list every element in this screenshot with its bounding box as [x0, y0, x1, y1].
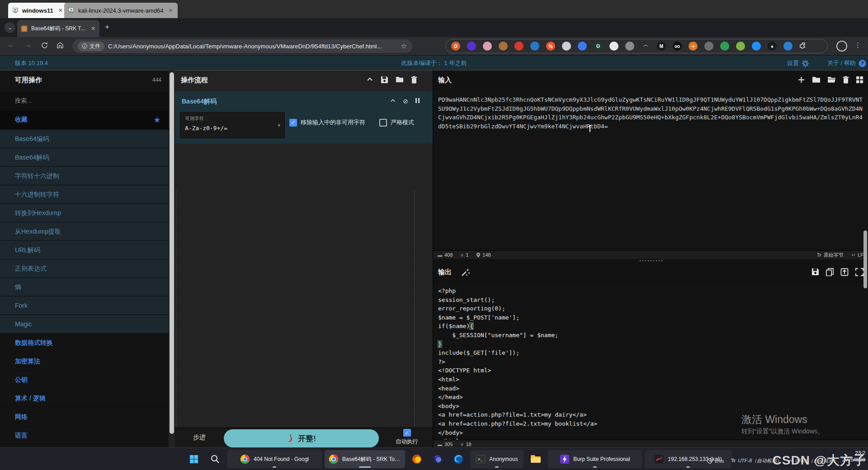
- sidebar-operation-字符转十六进制[interactable]: 字符转十六进制: [0, 167, 169, 185]
- save-output-icon[interactable]: [811, 268, 819, 276]
- new-tab-button[interactable]: +: [105, 23, 109, 32]
- bookmark-star-icon[interactable]: ☆: [401, 42, 407, 50]
- sidebar-operation-Base64解码[interactable]: Base64解码: [0, 148, 169, 167]
- add-input-tab-icon[interactable]: [797, 76, 805, 84]
- ext-box-eyes-icon[interactable]: oo: [673, 42, 682, 51]
- step-button[interactable]: 步进: [193, 433, 206, 442]
- auto-bake-checkbox[interactable]: ✓ 自动执行: [387, 429, 426, 446]
- ext-spade-icon[interactable]: ♠: [768, 42, 777, 51]
- ext-pink-badge-icon[interactable]: [483, 42, 492, 51]
- save-recipe-icon[interactable]: [381, 76, 388, 84]
- input-encoding-selector[interactable]: Tr原始字节: [817, 252, 843, 258]
- ext-green-ring-icon[interactable]: [720, 42, 729, 51]
- disable-op-icon[interactable]: ⊘: [403, 98, 408, 105]
- file-scheme-chip[interactable]: 文件: [78, 42, 104, 51]
- sidebar-operation-从Hexdump提取[interactable]: 从Hexdump提取: [0, 222, 169, 241]
- forward-button[interactable]: →: [24, 41, 32, 49]
- magic-wand-icon[interactable]: [460, 268, 470, 277]
- sidebar-category-公钥[interactable]: 公钥: [0, 371, 169, 389]
- ext-green-grid-icon[interactable]: [736, 42, 745, 51]
- taskbar-button-edge[interactable]: [449, 450, 467, 468]
- ext-paint-icon[interactable]: [530, 42, 539, 51]
- profile-avatar[interactable]: [836, 41, 847, 52]
- strict-mode-checkbox[interactable]: 严格模式: [379, 118, 414, 127]
- ext-copy-icon[interactable]: [704, 42, 713, 51]
- sidebar-operation-熵[interactable]: 熵: [0, 278, 169, 296]
- ext-hat-icon[interactable]: ◠: [641, 42, 650, 51]
- ext-photo-icon[interactable]: [609, 42, 618, 51]
- sidebar-scrollbar-thumb[interactable]: [170, 72, 174, 434]
- about-help-button[interactable]: 关于 / 帮助 ?: [827, 59, 866, 67]
- settings-button[interactable]: 设置: [787, 59, 809, 67]
- home-button[interactable]: [56, 41, 64, 49]
- vmware-tab-close-icon[interactable]: ✕: [58, 7, 63, 14]
- recipe-operation-base64-decode[interactable]: Base64解码 ⊘ 可用字符 A-Za-z0-9+/= ▾ ✓ 移除输入中的非…: [175, 91, 433, 144]
- sidebar-operation-转换到Hexdump[interactable]: 转换到Hexdump: [0, 204, 169, 222]
- taskbar-button-search[interactable]: [206, 450, 224, 468]
- ext-blue-drop-icon[interactable]: [752, 42, 761, 51]
- vmware-tab-kali[interactable]: kali-linux-2024.3-vmware-amd64 ✕: [64, 3, 178, 18]
- url-text[interactable]: C:/Users/Anonymous/AppData/Local/Temp/vm…: [108, 43, 397, 50]
- back-button[interactable]: ←: [7, 41, 14, 49]
- browser-menu-button[interactable]: ⋮: [854, 41, 861, 49]
- taskbar-button-firefox[interactable]: [408, 450, 426, 468]
- star-icon[interactable]: ★: [154, 115, 160, 125]
- sidebar-item-favourites[interactable]: 收藏 ★: [0, 111, 169, 129]
- taskbar-button-chrome-404[interactable]: 404 Not Found - Googl: [227, 450, 322, 468]
- sidebar-operation-Fork[interactable]: Fork: [0, 296, 169, 315]
- vmware-tab-windows11[interactable]: windows11 ✕: [8, 3, 67, 18]
- clear-input-trash-icon[interactable]: [843, 76, 849, 84]
- ext-red-dice-icon[interactable]: [514, 42, 524, 51]
- ext-purple-diamond-icon[interactable]: [467, 42, 476, 51]
- breakpoint-pause-icon[interactable]: [415, 98, 420, 105]
- ext-cookie-icon[interactable]: [499, 42, 508, 51]
- sidebar-category-网络[interactable]: 网络: [0, 408, 169, 426]
- input-textarea[interactable]: PD9waHANCnNlc3Npb25fc3RhcnQoKTsNCmVycm9y…: [433, 91, 868, 250]
- reset-layout-grid-icon[interactable]: [856, 76, 863, 84]
- ext-dots-icon[interactable]: [562, 42, 571, 51]
- extensions-puzzle-icon[interactable]: [799, 42, 807, 50]
- alphabet-dropdown[interactable]: 可用字符 A-Za-z0-9+/= ▾: [180, 112, 285, 138]
- ext-percent-icon[interactable]: %: [546, 42, 555, 51]
- taskbar-button-chrome-cyberchef[interactable]: Base64解码 - SRK Toolb: [325, 450, 405, 468]
- ext-shield-icon[interactable]: [578, 42, 587, 51]
- tab-close-icon[interactable]: ✕: [91, 25, 95, 32]
- sidebar-operation-Base64编码[interactable]: Base64编码: [0, 130, 169, 148]
- collapse-op-icon[interactable]: [390, 98, 396, 105]
- input-eol-selector[interactable]: ↵LF: [852, 252, 863, 258]
- tab-search-button[interactable]: ⌄: [5, 22, 15, 33]
- ext-arrow-icon[interactable]: ➜: [689, 42, 698, 51]
- replace-input-icon[interactable]: [840, 268, 849, 276]
- load-recipe-folder-icon[interactable]: [396, 76, 404, 84]
- taskbar-button-explorer[interactable]: [526, 450, 545, 468]
- taskbar-button-start[interactable]: [184, 450, 203, 468]
- vmware-tab-close-icon[interactable]: ✕: [169, 7, 173, 14]
- reload-button[interactable]: [41, 42, 48, 49]
- sidebar-operation-Magic[interactable]: Magic: [0, 315, 169, 334]
- maximize-output-icon[interactable]: [855, 268, 863, 276]
- browser-tab[interactable]: Base64解码 - SRK Toolbox ✕: [17, 20, 99, 37]
- open-folder-input-icon[interactable]: [827, 76, 836, 84]
- sidebar-operation-正则表达式[interactable]: 正则表达式: [0, 259, 169, 278]
- ext-robot-icon[interactable]: M: [657, 42, 666, 51]
- collapse-recipe-icon[interactable]: [366, 76, 373, 84]
- sidebar-category-算术 / 逻辑[interactable]: 算术 / 逻辑: [0, 389, 169, 408]
- ext-gray-icon[interactable]: [625, 42, 634, 51]
- copy-output-icon[interactable]: [826, 268, 834, 276]
- io-splitter-handle[interactable]: [433, 259, 868, 263]
- taskbar-button-terminal[interactable]: >_Anonymous: [470, 450, 524, 468]
- taskbar-button-firefox-dark[interactable]: [429, 450, 447, 468]
- sidebar-operation-URL解码[interactable]: URL解码: [0, 241, 169, 259]
- ext-dark-ring-icon[interactable]: O: [594, 42, 603, 51]
- address-bar[interactable]: 文件 C:/Users/Anonymous/AppData/Local/Temp…: [72, 39, 412, 53]
- taskbar-button-burp[interactable]: Burp Suite Professional: [548, 450, 642, 468]
- sidebar-category-加密算法[interactable]: 加密算法: [0, 352, 169, 371]
- sidebar-operation-十六进制转字符[interactable]: 十六进制转字符: [0, 185, 169, 204]
- sidebar-category-语言[interactable]: 语言: [0, 426, 169, 445]
- remove-non-alphabet-checkbox[interactable]: ✓ 移除输入中的非可用字符: [289, 118, 365, 127]
- search-input[interactable]: 搜索...: [0, 92, 169, 110]
- ext-mask-icon[interactable]: [783, 42, 793, 51]
- sidebar-category-数据格式转换[interactable]: 数据格式转换: [0, 334, 169, 352]
- ext-orange-ring-icon[interactable]: O: [451, 42, 460, 51]
- page-scrollbar-thumb[interactable]: [863, 230, 867, 288]
